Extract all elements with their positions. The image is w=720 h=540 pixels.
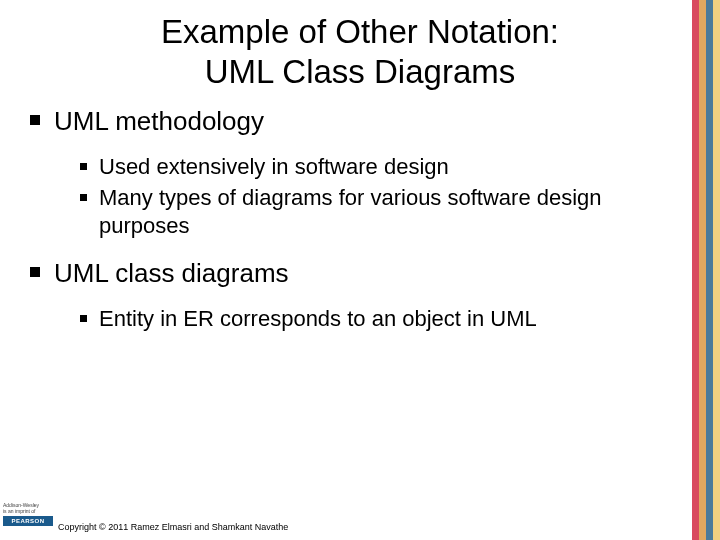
bullet-label: Many types of diagrams for various softw…	[99, 184, 680, 239]
pearson-brand-box: PEARSON	[3, 516, 53, 526]
square-bullet-icon	[30, 267, 40, 277]
bullet-children: Used extensively in software design Many…	[30, 147, 680, 258]
bullet-level-2: Used extensively in software design	[80, 153, 680, 181]
imprint-text: Addison-Wesley is an imprint of	[3, 503, 53, 514]
decorative-stripe-right	[692, 0, 720, 540]
title-line-1: Example of Other Notation:	[161, 13, 559, 50]
bullet-level-1: UML methodology	[30, 105, 680, 139]
square-bullet-icon	[80, 163, 87, 170]
bullet-label: Used extensively in software design	[99, 153, 449, 181]
square-bullet-icon	[80, 194, 87, 201]
bullet-level-2: Many types of diagrams for various softw…	[80, 184, 680, 239]
bullet-label: UML methodology	[54, 105, 264, 139]
bullet-children: Entity in ER corresponds to an object in…	[30, 299, 680, 351]
bullet-level-2: Entity in ER corresponds to an object in…	[80, 305, 680, 333]
bullet-level-1: UML class diagrams	[30, 257, 680, 291]
square-bullet-icon	[30, 115, 40, 125]
slide-content: UML methodology Used extensively in soft…	[0, 91, 720, 351]
bullet-label: UML class diagrams	[54, 257, 289, 291]
title-line-2: UML Class Diagrams	[205, 53, 516, 90]
copyright-text: Copyright © 2011 Ramez Elmasri and Shamk…	[58, 522, 288, 532]
square-bullet-icon	[80, 315, 87, 322]
bullet-label: Entity in ER corresponds to an object in…	[99, 305, 537, 333]
slide-title: Example of Other Notation: UML Class Dia…	[0, 0, 720, 91]
publisher-logo: Addison-Wesley is an imprint of PEARSON	[3, 503, 53, 537]
